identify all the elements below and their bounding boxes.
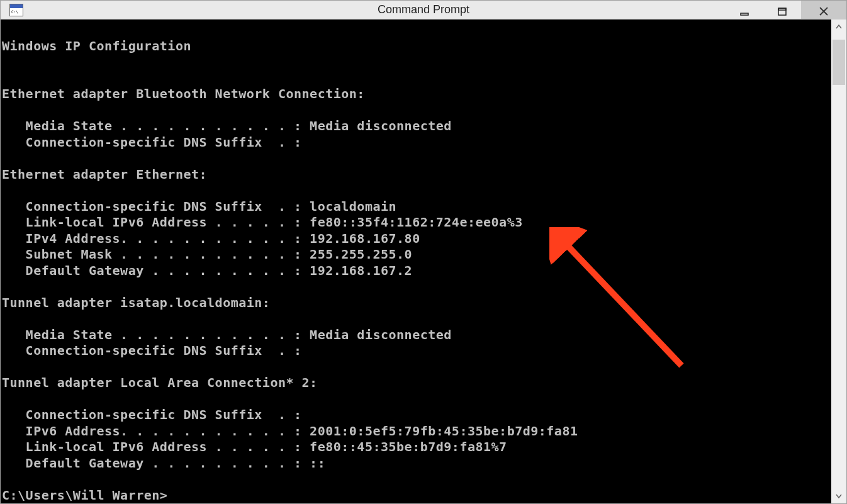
console-line: Connection-specific DNS Suffix . : local…	[2, 199, 831, 215]
console-line	[2, 103, 831, 119]
chevron-down-icon	[836, 493, 842, 499]
console-line	[2, 70, 831, 87]
console-line	[2, 54, 831, 70]
console-line: Connection-specific DNS Suffix . :	[2, 407, 831, 423]
console-line: Tunnel adapter Local Area Connection* 2:	[2, 375, 831, 391]
console-line: Connection-specific DNS Suffix . :	[2, 135, 831, 151]
console-line: Ethernet adapter Bluetooth Network Conne…	[2, 86, 831, 103]
console-line: IPv4 Address. . . . . . . . . . . : 192.…	[2, 231, 831, 247]
console-line: Ethernet adapter Ethernet:	[2, 167, 831, 183]
scrollbar-thumb[interactable]	[833, 40, 845, 85]
console-line	[2, 182, 831, 199]
console-line: Tunnel adapter isatap.localdomain:	[2, 295, 831, 311]
svg-rect-1	[778, 8, 786, 15]
window-controls	[726, 1, 846, 22]
app-icon	[9, 4, 23, 16]
svg-rect-0	[741, 13, 748, 15]
console-line	[2, 471, 831, 488]
console-line: Media State . . . . . . . . . . . : Medi…	[2, 118, 831, 135]
console-line	[2, 150, 831, 167]
scrollbar-up-button[interactable]	[831, 20, 846, 35]
maximize-button[interactable]	[763, 1, 801, 22]
console-line: IPv6 Address. . . . . . . . . . . : 2001…	[2, 423, 831, 440]
vertical-scrollbar[interactable]	[831, 20, 846, 503]
console-line	[2, 279, 831, 295]
scrollbar-track[interactable]	[831, 35, 846, 488]
console-line	[2, 22, 831, 38]
titlebar[interactable]: Command Prompt	[1, 1, 846, 20]
minimize-icon	[740, 7, 749, 16]
close-icon	[819, 6, 829, 16]
console-line: Connection-specific DNS Suffix . :	[2, 343, 831, 359]
console-line	[2, 311, 831, 327]
console-line: Link-local IPv6 Address . . . . . : fe80…	[2, 439, 831, 456]
svg-rect-2	[778, 8, 786, 10]
console-line	[2, 359, 831, 376]
console-line: Default Gateway . . . . . . . . . : 192.…	[2, 263, 831, 279]
console-line	[2, 391, 831, 408]
maximize-icon	[778, 7, 787, 16]
console-line: Media State . . . . . . . . . . . : Medi…	[2, 327, 831, 344]
console-line: C:\Users\Will Warren>	[2, 488, 831, 504]
command-prompt-window: Command Prompt Windows IP Co	[0, 0, 847, 504]
console-line: Windows IP Configuration	[2, 38, 831, 55]
scrollbar-down-button[interactable]	[831, 488, 846, 503]
console-line: Subnet Mask . . . . . . . . . . . : 255.…	[2, 247, 831, 263]
console-area: Windows IP ConfigurationEthernet adapter…	[1, 20, 846, 503]
console-line: Link-local IPv6 Address . . . . . : fe80…	[2, 215, 831, 231]
minimize-button[interactable]	[726, 1, 763, 22]
console-output[interactable]: Windows IP ConfigurationEthernet adapter…	[1, 20, 831, 503]
window-title: Command Prompt	[378, 3, 469, 16]
chevron-up-icon	[836, 24, 842, 30]
close-button[interactable]	[801, 1, 846, 22]
console-line: Default Gateway . . . . . . . . . : ::	[2, 456, 831, 472]
